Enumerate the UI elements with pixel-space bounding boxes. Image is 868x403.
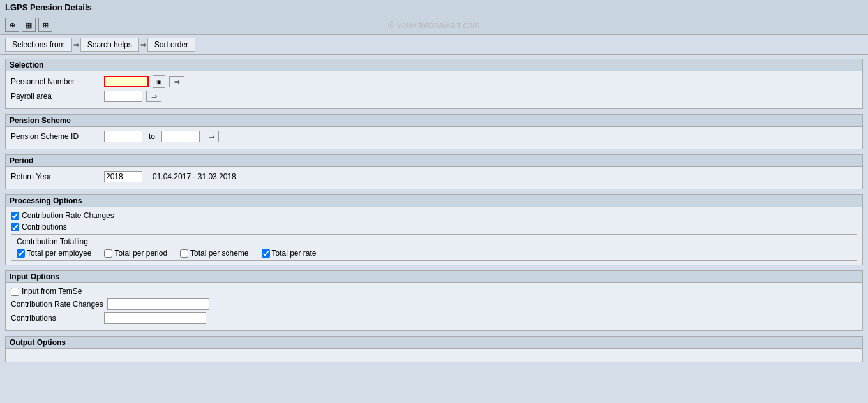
to-label: to [149, 132, 155, 141]
selection-header: Selection [6, 59, 862, 71]
title-bar: LGPS Pension Details [0, 0, 868, 15]
tab-search-helps[interactable]: Search helps [80, 38, 139, 52]
contributions-checkbox[interactable] [11, 223, 19, 231]
input-contributions-input[interactable] [104, 312, 206, 324]
period-body: Return Year 01.04.2017 - 31.03.2018 [6, 167, 862, 189]
personnel-number-arrow-btn[interactable]: ⇒ [169, 76, 184, 87]
back-icon[interactable]: ⊕ [5, 18, 19, 32]
input-contribution-rate-changes-input[interactable] [107, 298, 209, 310]
tab-arrow-1: ⇒ [73, 41, 79, 49]
total-per-employee-label: Total per employee [27, 249, 91, 258]
tab-bar: Selections from ⇒ Search helps ⇒ Sort or… [0, 35, 868, 55]
contributions-label: Contributions [22, 223, 67, 231]
app-title: LGPS Pension Details [5, 3, 92, 12]
toolbar: ⊕ ▦ ⊞ © www.tutorialkart.com [0, 15, 868, 35]
total-per-rate-checkbox[interactable] [262, 249, 270, 258]
contributions-row: Contributions [11, 223, 857, 231]
total-per-scheme-item: Total per scheme [180, 249, 248, 258]
payroll-area-input[interactable] [104, 91, 142, 102]
tab-search-helps-label: Search helps [87, 40, 132, 49]
return-year-label: Return Year [11, 172, 100, 181]
personnel-number-input[interactable] [104, 76, 149, 87]
pension-scheme-id-label: Pension Scheme ID [11, 132, 100, 141]
total-per-scheme-checkbox[interactable] [180, 249, 188, 258]
input-contributions-label: Contributions [11, 314, 100, 323]
processing-options-header: Processing Options [6, 195, 862, 207]
tab-arrow-2: ⇒ [140, 41, 146, 49]
tab-selections-from-label: Selections from [12, 40, 65, 49]
tab-sort-order-label: Sort order [154, 40, 188, 49]
watermark: © www.tutorialkart.com [388, 20, 479, 30]
pension-scheme-id-to-input[interactable] [161, 131, 200, 142]
input-contribution-rate-changes-row: Contribution Rate Changes [11, 298, 857, 310]
input-from-temse-label: Input from TemSe [22, 287, 82, 296]
contribution-rate-changes-row: Contribution Rate Changes [11, 211, 857, 220]
tab-sort-order[interactable]: Sort order [147, 38, 195, 52]
period-header: Period [6, 155, 862, 167]
input-contributions-row: Contributions [11, 312, 857, 324]
pension-scheme-header: Pension Scheme [6, 115, 862, 127]
output-options-section: Output Options [5, 336, 863, 362]
input-options-section: Input Options Input from TemSe Contribut… [5, 270, 863, 331]
save-icon[interactable]: ▦ [22, 18, 36, 32]
output-options-body [6, 349, 862, 362]
payroll-area-label: Payroll area [11, 92, 100, 101]
pension-scheme-id-row: Pension Scheme ID to ⇒ [11, 131, 857, 142]
period-date-range: 01.04.2017 - 31.03.2018 [153, 172, 236, 181]
input-options-header: Input Options [6, 271, 862, 283]
output-options-header: Output Options [6, 337, 862, 349]
selection-body: Personnel Number ▣ ⇒ Payroll area ⇒ [6, 71, 862, 108]
pension-scheme-body: Pension Scheme ID to ⇒ [6, 127, 862, 149]
return-year-row: Return Year 01.04.2017 - 31.03.2018 [11, 171, 857, 182]
input-from-temse-checkbox[interactable] [11, 288, 19, 296]
input-from-temse-row: Input from TemSe [11, 287, 857, 296]
total-per-employee-item: Total per employee [17, 249, 91, 258]
tab-selections-from[interactable]: Selections from [5, 38, 72, 52]
total-per-employee-checkbox[interactable] [17, 249, 25, 258]
personnel-number-row: Personnel Number ▣ ⇒ [11, 75, 857, 88]
pension-scheme-arrow-btn[interactable]: ⇒ [204, 131, 219, 142]
total-per-rate-item: Total per rate [262, 249, 317, 258]
pension-scheme-section: Pension Scheme Pension Scheme ID to ⇒ [5, 114, 863, 149]
main-content: Selection Personnel Number ▣ ⇒ Payroll a… [0, 55, 868, 403]
pension-scheme-id-from-input[interactable] [104, 131, 142, 142]
processing-options-section: Processing Options Contribution Rate Cha… [5, 194, 863, 265]
total-per-period-checkbox[interactable] [104, 249, 112, 258]
personnel-number-select-btn[interactable]: ▣ [153, 75, 165, 88]
processing-options-body: Contribution Rate Changes Contributions … [6, 207, 862, 265]
total-per-rate-label: Total per rate [272, 249, 317, 258]
find-icon[interactable]: ⊞ [38, 18, 52, 32]
payroll-area-row: Payroll area ⇒ [11, 91, 857, 102]
return-year-input[interactable] [104, 171, 142, 182]
input-contribution-rate-changes-label: Contribution Rate Changes [11, 300, 103, 309]
contribution-totalling-label: Contribution Totalling [17, 237, 851, 246]
total-per-scheme-label: Total per scheme [190, 249, 248, 258]
contribution-totalling-subsection: Contribution Totalling Total per employe… [11, 234, 857, 261]
total-per-period-label: Total per period [114, 249, 167, 258]
personnel-number-label: Personnel Number [11, 77, 100, 86]
selection-section: Selection Personnel Number ▣ ⇒ Payroll a… [5, 59, 863, 109]
total-per-period-item: Total per period [104, 249, 167, 258]
input-options-body: Input from TemSe Contribution Rate Chang… [6, 283, 862, 330]
totalling-checkbox-group: Total per employee Total per period Tota… [17, 249, 851, 258]
period-section: Period Return Year 01.04.2017 - 31.03.20… [5, 154, 863, 189]
contribution-rate-changes-label: Contribution Rate Changes [22, 211, 114, 220]
contribution-rate-changes-checkbox[interactable] [11, 212, 19, 220]
payroll-area-arrow-btn[interactable]: ⇒ [146, 91, 161, 102]
